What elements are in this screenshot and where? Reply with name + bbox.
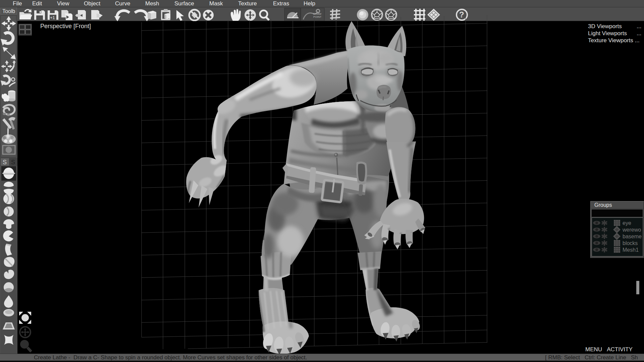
svg-text:eye: eye	[623, 220, 631, 226]
svg-text:blocks: blocks	[623, 240, 638, 246]
svg-text:werewo: werewo	[622, 227, 641, 233]
svg-text:baseme: baseme	[623, 234, 642, 239]
svg-text:Mesh1: Mesh1	[623, 247, 639, 253]
